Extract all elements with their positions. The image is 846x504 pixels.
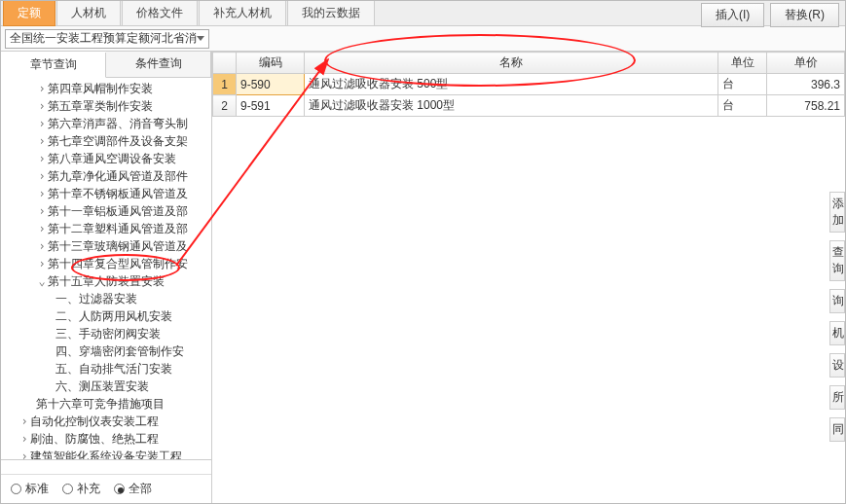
row-index: 1 (213, 74, 237, 95)
side-btn[interactable]: 询 (829, 289, 845, 313)
tree-item[interactable]: 三、手动密闭阀安装 (55, 327, 161, 341)
expand-icon[interactable]: › (36, 81, 48, 96)
expand-icon[interactable]: › (36, 98, 48, 114)
radio-standard[interactable]: 标准 (11, 481, 49, 497)
cell-code[interactable]: 9-590 (237, 74, 305, 95)
right-edge-panel: 添加 查询 询 机 设 所 同 (829, 192, 845, 450)
cell-code[interactable]: 9-591 (237, 95, 305, 117)
expand-icon[interactable]: › (18, 449, 30, 460)
expand-icon[interactable]: › (36, 133, 48, 149)
row-index: 2 (213, 95, 237, 117)
tab-buchong[interactable]: 补充人材机 (199, 0, 286, 25)
tree-item[interactable]: 二、人防两用风机安装 (55, 309, 172, 323)
radio-icon (114, 484, 125, 494)
radio-icon (62, 484, 73, 494)
expand-icon[interactable]: › (36, 221, 48, 236)
expand-icon[interactable]: › (18, 431, 30, 447)
tree-item[interactable]: 自动化控制仪表安装工程 (30, 414, 159, 428)
tab-jiage[interactable]: 价格文件 (122, 0, 198, 25)
cell-price[interactable]: 758.21 (767, 95, 845, 117)
table-row[interactable]: 2 9-591 通风过滤吸收器安装 1000型 台 758.21 (213, 95, 845, 117)
collapse-icon[interactable]: ⌄ (36, 273, 48, 289)
cell-unit[interactable]: 台 (718, 74, 767, 95)
tab-condition-query[interactable]: 条件查询 (106, 52, 211, 77)
tree-item[interactable]: 第九章净化通风管道及部件 (48, 169, 188, 183)
col-name[interactable]: 名称 (305, 53, 718, 74)
col-unit[interactable]: 单位 (718, 53, 767, 74)
tree-item[interactable]: 第十一章铝板通风管道及部 (48, 204, 188, 218)
chevron-down-icon (197, 36, 204, 41)
side-btn[interactable]: 同 (829, 417, 845, 442)
tree-item[interactable]: 建筑智能化系统设备安装工程 (30, 450, 182, 460)
tree-item[interactable]: 五、自动排气活门安装 (55, 362, 172, 376)
tree-item-filter-install[interactable]: 一、过滤器安装 (55, 292, 137, 306)
expand-icon[interactable]: › (36, 238, 48, 254)
expand-icon[interactable]: › (36, 151, 48, 166)
col-code[interactable]: 编码 (237, 53, 305, 74)
cell-price[interactable]: 396.3 (767, 74, 845, 95)
tree-item[interactable]: 六、测压装置安装 (55, 379, 149, 393)
tree-item[interactable]: 第十六章可竞争措施项目 (36, 397, 165, 411)
expand-icon[interactable]: › (36, 116, 48, 131)
corner-cell (213, 53, 237, 74)
cell-name[interactable]: 通风过滤吸收器安装 1000型 (305, 95, 718, 117)
side-btn[interactable]: 查询 (829, 240, 845, 281)
tab-cloud[interactable]: 我的云数据 (287, 0, 375, 25)
expand-icon[interactable]: › (36, 168, 48, 184)
tree-item[interactable]: 第七章空调部件及设备支架 (48, 134, 188, 148)
tree-item[interactable]: 第六章消声器、消音弯头制 (48, 117, 188, 130)
tree-item[interactable]: 第五章罩类制作安装 (48, 99, 153, 113)
expand-icon[interactable]: › (36, 256, 48, 271)
tree-item[interactable]: 第十四章复合型风管制作安 (48, 257, 188, 270)
tree-item[interactable]: 第十二章塑料通风管道及部 (48, 222, 188, 235)
tab-chapter-query[interactable]: 章节查询 (1, 53, 106, 78)
tree-h-scroll[interactable] (1, 460, 211, 474)
expand-icon[interactable]: › (18, 414, 30, 429)
tab-dinge[interactable]: 定额 (3, 0, 55, 26)
quota-grid[interactable]: 编码 名称 单位 单价 1 9-590 通风过滤吸收器安装 500型 台 396… (212, 52, 845, 117)
tree-item[interactable]: 第十章不锈钢板通风管道及 (48, 187, 188, 200)
tab-rencaiji[interactable]: 人材机 (56, 0, 121, 25)
side-btn[interactable]: 设 (829, 353, 845, 378)
replace-button[interactable]: 替换(R) (770, 3, 839, 27)
cell-name[interactable]: 通风过滤吸收器安装 500型 (305, 74, 718, 95)
cell-unit[interactable]: 台 (718, 95, 767, 117)
chapter-tree[interactable]: ›第四章风帽制作安装 ›第五章罩类制作安装 ›第六章消声器、消音弯头制 ›第七章… (1, 78, 211, 460)
side-btn[interactable]: 所 (829, 385, 845, 410)
radio-supplement[interactable]: 补充 (62, 481, 100, 497)
quota-book-combo[interactable]: 全国统一安装工程预算定额河北省消 (5, 29, 209, 49)
radio-all[interactable]: 全部 (114, 481, 152, 497)
table-row[interactable]: 1 9-590 通风过滤吸收器安装 500型 台 396.3 (213, 74, 845, 95)
tree-item[interactable]: 第十五章人防装置安装 (48, 274, 165, 288)
expand-icon[interactable]: › (36, 203, 48, 219)
tree-item[interactable]: 刷油、防腐蚀、绝热工程 (30, 432, 159, 446)
side-btn[interactable]: 机 (829, 321, 845, 345)
radio-icon (11, 484, 21, 494)
insert-button[interactable]: 插入(I) (701, 3, 764, 27)
expand-icon[interactable]: › (36, 186, 48, 201)
col-price[interactable]: 单价 (767, 53, 845, 74)
tree-item[interactable]: 四、穿墙密闭套管制作安 (55, 344, 184, 358)
side-btn[interactable]: 添加 (829, 192, 845, 233)
combo-text: 全国统一安装工程预算定额河北省消 (10, 30, 197, 47)
tree-item[interactable]: 第十三章玻璃钢通风管道及 (48, 239, 188, 253)
tree-item[interactable]: 第八章通风空调设备安装 (48, 152, 176, 165)
tree-item[interactable]: 第四章风帽制作安装 (48, 82, 153, 95)
